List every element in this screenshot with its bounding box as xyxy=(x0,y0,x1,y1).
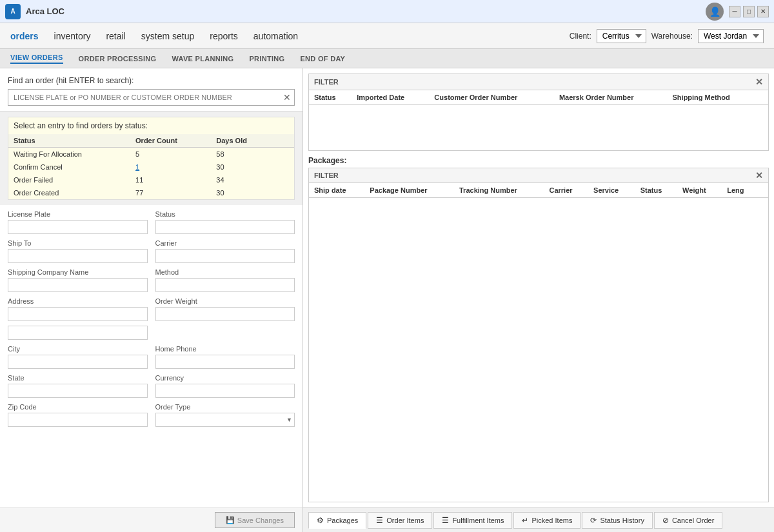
packages-label: Packages: xyxy=(308,156,769,165)
filter-col-status: Status xyxy=(309,90,352,105)
input-license-plate[interactable] xyxy=(8,220,148,234)
packages-section: Packages: FILTER ✕ Ship date Package Num… xyxy=(308,156,769,503)
field-state: State xyxy=(8,374,148,398)
close-button[interactable]: ✕ xyxy=(757,6,769,17)
left-panel: Find an order (hit ENTER to search): ✕ S… xyxy=(0,68,303,532)
client-section: Client: Cerritus Warehouse: West Jordan xyxy=(570,29,764,43)
user-icon[interactable]: 👤 xyxy=(706,3,724,21)
tab-status-history-label: Status History xyxy=(600,517,644,524)
input-city[interactable] xyxy=(8,355,148,369)
search-label: Find an order (hit ENTER to search): xyxy=(8,76,295,85)
input-state[interactable] xyxy=(8,384,148,398)
field-home-phone: Home Phone xyxy=(155,345,295,369)
subnav-end-of-day[interactable]: END OF DAY xyxy=(300,55,345,63)
tab-picked-items[interactable]: ↵ Picked Items xyxy=(513,512,580,529)
table-row[interactable]: Order Created 77 30 xyxy=(8,186,294,199)
right-panel: FILTER ✕ Status Imported Date Customer O… xyxy=(303,68,774,532)
label-city: City xyxy=(8,345,148,353)
nav-inventory[interactable]: inventory xyxy=(54,31,91,41)
packages-table: Ship date Package Number Tracking Number… xyxy=(309,183,768,327)
label-shipping-company: Shipping Company Name xyxy=(8,268,148,276)
input-address-2[interactable] xyxy=(8,326,148,340)
input-shipping-company[interactable] xyxy=(8,278,148,292)
filter-col-imported-date: Imported Date xyxy=(352,90,429,105)
input-order-type[interactable] xyxy=(155,413,295,427)
filter-col-customer-order: Customer Order Number xyxy=(429,90,554,105)
label-ship-to: Ship To xyxy=(8,239,148,247)
table-row[interactable]: Confirm Cancel 1 30 xyxy=(8,161,294,173)
minimize-button[interactable]: ─ xyxy=(729,6,740,17)
status-history-icon: ⟳ xyxy=(590,516,597,525)
packages-filter-close-icon[interactable]: ✕ xyxy=(755,170,763,181)
label-order-weight: Order Weight xyxy=(155,297,295,305)
subnav-order-processing[interactable]: ORDER PROCESSING xyxy=(79,55,157,63)
extra-cell xyxy=(275,186,294,199)
tab-fulfillment-items-label: Fulfillment Items xyxy=(452,517,504,524)
filter-close-icon[interactable]: ✕ xyxy=(755,77,763,87)
count-cell: 5 xyxy=(130,148,211,161)
input-carrier[interactable] xyxy=(155,249,295,263)
nav-orders[interactable]: orders xyxy=(10,31,39,41)
input-ship-to[interactable] xyxy=(8,249,148,263)
search-clear-icon[interactable]: ✕ xyxy=(283,92,291,103)
filter-table-wrap: Status Imported Date Customer Order Numb… xyxy=(309,90,768,150)
label-address: Address xyxy=(8,297,148,305)
status-table-header: Select an entry to find orders by status… xyxy=(8,117,294,134)
count-cell: 77 xyxy=(130,186,211,199)
label-currency: Currency xyxy=(155,374,295,382)
tab-cancel-order-label: Cancel Order xyxy=(672,517,714,524)
nav-retail[interactable]: retail xyxy=(106,31,125,41)
label-status: Status xyxy=(155,210,295,218)
subnav-printing[interactable]: PRINTING xyxy=(249,55,284,63)
tab-fulfillment-items[interactable]: ☰ Fulfillment Items xyxy=(433,512,512,529)
maximize-button[interactable]: □ xyxy=(743,6,755,17)
input-order-weight[interactable] xyxy=(155,307,295,321)
sub-nav: VIEW ORDERS ORDER PROCESSING WAVE PLANNI… xyxy=(0,49,774,68)
form-row-1: License Plate Status xyxy=(8,210,295,234)
label-license-plate: License Plate xyxy=(8,210,148,218)
extra-cell xyxy=(275,173,294,186)
count-cell: 11 xyxy=(130,173,211,186)
input-address[interactable] xyxy=(8,307,148,321)
nav-automation[interactable]: automation xyxy=(253,31,298,41)
col-status: Status xyxy=(8,134,130,148)
field-carrier: Carrier xyxy=(155,239,295,263)
input-home-phone[interactable] xyxy=(155,355,295,369)
pkg-scroll-col xyxy=(758,183,768,198)
nav-reports[interactable]: reports xyxy=(210,31,238,41)
tab-packages[interactable]: ⚙ Packages xyxy=(308,512,366,529)
input-currency[interactable] xyxy=(155,384,295,398)
client-dropdown[interactable]: Cerritus xyxy=(597,29,646,43)
table-row[interactable]: Waiting For Allocation 5 58 xyxy=(8,148,294,161)
pkg-col-package-number: Package Number xyxy=(364,183,454,198)
count-cell-link[interactable]: 1 xyxy=(130,161,211,173)
tab-status-history[interactable]: ⟳ Status History xyxy=(582,512,652,529)
field-license-plate: License Plate xyxy=(8,210,148,234)
subnav-wave-planning[interactable]: WAVE PLANNING xyxy=(172,55,233,63)
filter-title: FILTER xyxy=(314,78,339,86)
input-status[interactable] xyxy=(155,220,295,234)
fulfillment-items-icon: ☰ xyxy=(442,516,449,525)
filter-table-body xyxy=(309,105,768,150)
status-table-scroll[interactable]: Status Order Count Days Old Waiting For … xyxy=(8,134,294,199)
order-type-arrow-icon: ▼ xyxy=(286,417,292,423)
tab-order-items[interactable]: ☰ Order Items xyxy=(368,512,432,529)
label-carrier: Carrier xyxy=(155,239,295,247)
input-zip-code[interactable] xyxy=(8,413,148,427)
nav-system-setup[interactable]: system setup xyxy=(141,31,194,41)
field-order-weight: Order Weight xyxy=(155,297,295,340)
search-input[interactable] xyxy=(8,89,295,106)
input-method[interactable] xyxy=(155,278,295,292)
field-address: Address xyxy=(8,297,148,340)
status-table: Status Order Count Days Old Waiting For … xyxy=(8,134,294,199)
order-items-icon: ☰ xyxy=(376,516,383,525)
label-state: State xyxy=(8,374,148,382)
filter-header: FILTER ✕ xyxy=(309,74,768,90)
days-cell: 30 xyxy=(211,161,275,173)
subnav-view-orders[interactable]: VIEW ORDERS xyxy=(10,54,63,64)
save-changes-button[interactable]: 💾 Save Changes xyxy=(215,512,295,528)
tab-cancel-order[interactable]: ⊘ Cancel Order xyxy=(654,512,722,529)
field-city: City xyxy=(8,345,148,369)
table-row[interactable]: Order Failed 11 34 xyxy=(8,173,294,186)
warehouse-dropdown[interactable]: West Jordan xyxy=(698,29,764,43)
